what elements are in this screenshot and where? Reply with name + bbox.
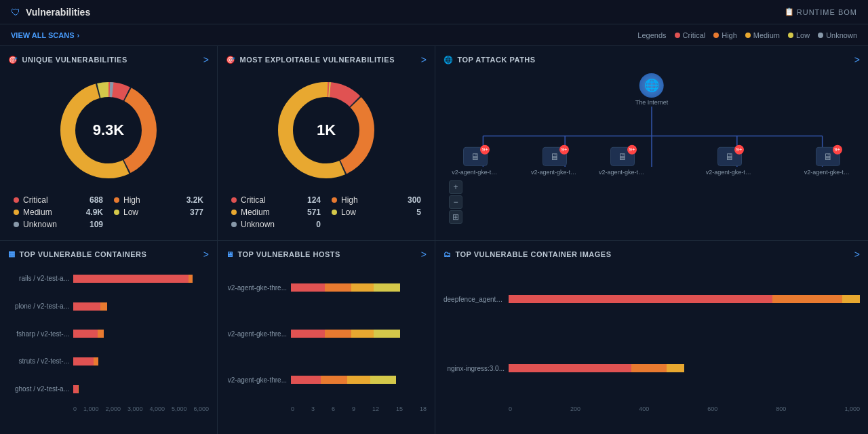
image-bar-1: deepfence_agenta...	[443, 295, 860, 303]
exploit-critical-dot	[231, 197, 237, 203]
image-high-1	[772, 295, 843, 303]
containers-header: ▦ TOP VULNERABLE CONTAINERS >	[8, 249, 209, 260]
containers-title: ▦ TOP VULNERABLE CONTAINERS	[8, 250, 146, 258]
medium-label: Medium	[753, 31, 780, 39]
top-vulnerable-images-panel: 🗂 TOP VULNERABLE CONTAINER IMAGES > deep…	[435, 241, 868, 435]
container-high-2	[100, 302, 107, 311]
legend-unknown: Unknown	[818, 31, 857, 39]
container-critical-1	[73, 275, 189, 283]
unique-vuln-icon: 🎯	[8, 56, 18, 64]
unique-critical-count: 688	[90, 195, 103, 205]
top-vulnerable-containers-panel: ▦ TOP VULNERABLE CONTAINERS > rails / v2…	[0, 241, 217, 435]
unique-vuln-header: 🎯 UNIQUE VULNERABILITIES >	[8, 54, 209, 65]
images-title: 🗂 TOP VULNERABLE CONTAINER IMAGES	[443, 250, 612, 258]
most-exploitable-arrow[interactable]: >	[421, 54, 427, 65]
exploit-high-row: High 300	[332, 195, 421, 205]
header-left: 🛡 Vulnerabilities	[11, 7, 90, 18]
hosts-title: 🖥 TOP VULNERABLE HOSTS	[226, 250, 340, 258]
container-high-4	[94, 357, 98, 366]
image-high-2	[631, 364, 667, 372]
exploit-low-dot	[332, 210, 337, 215]
exploit-unknown-dot	[231, 222, 237, 227]
page-title: Vulnerabilities	[26, 7, 90, 18]
unique-unknown-dot	[14, 222, 19, 227]
host-medium-2	[351, 330, 374, 338]
legends-label: Legends	[637, 31, 666, 39]
most-exploitable-title: 🎯 MOST EXPLOITABLE VULNERABILITIES	[226, 56, 395, 64]
internet-label: The Internet	[635, 99, 669, 106]
unique-low-row: Low 377	[114, 208, 203, 217]
unique-vuln-arrow[interactable]: >	[203, 54, 209, 65]
images-x-axis: 0 200 400 600 800 1,000	[443, 406, 860, 412]
host-label-2: v2-agent-gke-thre...	[226, 330, 287, 338]
host-high-2	[325, 330, 351, 338]
hosts-header: 🖥 TOP VULNERABLE HOSTS >	[226, 249, 427, 260]
exploit-critical-row: Critical 124	[231, 195, 321, 205]
images-arrow[interactable]: >	[854, 249, 860, 260]
node-4-badge: 9+	[734, 145, 744, 155]
view-all-scans-link[interactable]: VIEW ALL SCANS ›	[11, 31, 79, 39]
node-5-label: v2-agent-gke-thre...	[804, 169, 852, 176]
high-dot	[713, 33, 719, 38]
attack-paths-arrow[interactable]: >	[854, 54, 860, 65]
container-label-5: ghost / v2-test-a...	[8, 385, 69, 393]
container-bar-5: ghost / v2-test-a...	[8, 385, 209, 393]
unique-vuln-legend: Critical 688 High 3.2K Medium	[8, 195, 209, 229]
legend-high: High	[713, 31, 737, 39]
hosts-bars: v2-agent-gke-thre... v2-agent-gke-thre..…	[226, 265, 427, 403]
attack-paths-title: 🌐 TOP ATTACK PATHS	[443, 56, 536, 64]
container-label-2: plone / v2-test-a...	[8, 302, 69, 310]
unique-vuln-donut: 9.3K	[54, 76, 163, 184]
exploit-low-count: 5	[416, 208, 421, 217]
fit-icon: ⊞	[452, 212, 459, 222]
attack-node-1: 🖥 9+ v2-agent-gke-thre...	[452, 147, 499, 176]
header: 🛡 Vulnerabilities 📋 RUNTIME BOM	[0, 0, 868, 24]
container-bar-4: struts / v2-test-...	[8, 357, 209, 366]
vulnerabilities-icon: 🛡	[11, 7, 20, 18]
fit-button[interactable]: ⊞	[449, 210, 462, 224]
node-4-label: v2-agent-gke-thre...	[706, 169, 753, 176]
arrow-icon: ›	[77, 31, 80, 39]
container-track-1	[73, 275, 209, 283]
host-bar-1: v2-agent-gke-thre...	[226, 283, 427, 292]
unique-vuln-total: 9.3K	[93, 121, 124, 139]
host-medium-3	[347, 376, 370, 384]
host-medium-1	[351, 283, 374, 292]
most-exploitable-panel: 🎯 MOST EXPLOITABLE VULNERABILITIES >	[218, 46, 435, 240]
image-track-2	[509, 364, 860, 372]
low-dot	[788, 33, 793, 38]
container-high-3	[98, 330, 104, 338]
images-chart-area: deepfence_agenta... nginx-ingress:3.0...	[443, 265, 860, 424]
container-track-3	[73, 330, 209, 338]
unique-low-count: 377	[190, 208, 203, 217]
hosts-arrow[interactable]: >	[421, 249, 427, 260]
high-label: High	[722, 31, 737, 39]
image-medium-2	[667, 364, 684, 372]
images-bars: deepfence_agenta... nginx-ingress:3.0...	[443, 265, 860, 403]
zoom-out-button[interactable]: −	[449, 195, 462, 209]
node-5-icon: 🖥 9+	[816, 147, 840, 166]
exploit-unknown-row: Unknown 0	[231, 220, 321, 229]
critical-dot	[675, 33, 680, 38]
host-low-1	[374, 283, 400, 292]
unique-vuln-donut-section: 9.3K Critical 688 High 3.2K	[8, 71, 209, 229]
image-label-1: deepfence_agenta...	[443, 296, 505, 303]
node-1-label: v2-agent-gke-thre...	[452, 169, 499, 176]
runtime-bom-button[interactable]: 📋 RUNTIME BOM	[785, 7, 857, 16]
zoom-in-button[interactable]: +	[449, 180, 462, 194]
most-exploitable-icon: 🎯	[226, 56, 236, 64]
legend-critical: Critical	[675, 31, 706, 39]
unique-unknown-row: Unknown 109	[14, 220, 103, 229]
unique-unknown-count: 109	[90, 220, 103, 229]
unique-vuln-title: 🎯 UNIQUE VULNERABILITIES	[8, 56, 127, 64]
containers-arrow[interactable]: >	[203, 249, 209, 260]
node-2-icon: 🖥 9+	[542, 147, 567, 166]
exploit-high-dot	[332, 197, 337, 203]
sub-header: VIEW ALL SCANS › Legends Critical High M…	[0, 24, 868, 46]
node-2-label: v2-agent-gke-thre...	[531, 169, 578, 176]
host-low-2	[374, 330, 400, 338]
containers-x-axis: 0 1,000 2,000 3,000 4,000 5,000 6,000	[8, 406, 209, 412]
attack-paths-icon: 🌐	[443, 56, 454, 64]
top-vulnerable-hosts-panel: 🖥 TOP VULNERABLE HOSTS > v2-agent-gke-th…	[218, 241, 435, 435]
hosts-icon: 🖥	[226, 250, 234, 258]
